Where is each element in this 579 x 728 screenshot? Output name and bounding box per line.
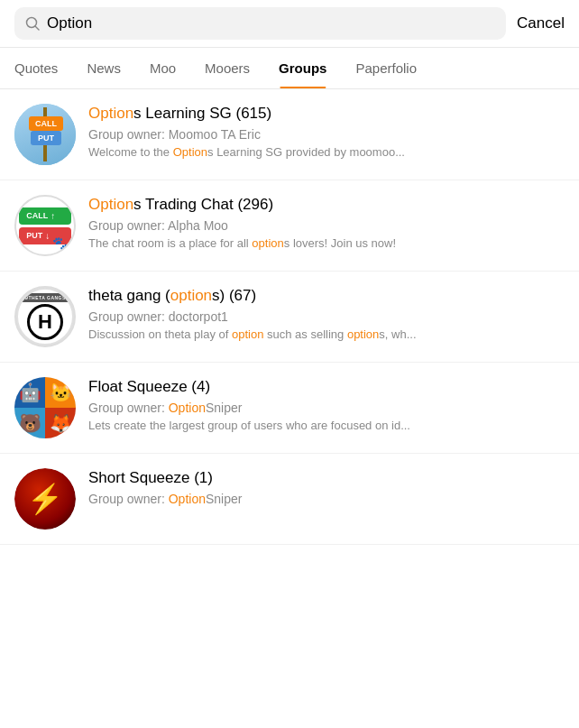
tab-groups[interactable]: Groups <box>264 48 341 88</box>
avatar: ⚡ <box>14 468 76 530</box>
tab-paperfolio[interactable]: Paperfolio <box>341 48 431 88</box>
avatar: ΘTHETA GANGS H <box>14 286 76 347</box>
item-content: Options Learning SG (615) Group owner: M… <box>88 104 565 159</box>
avatar: 🤖 🐱 🐻 🦊 <box>14 377 76 438</box>
list-item[interactable]: ⚡ Short Squeeze (1) Group owner: OptionS… <box>0 454 579 545</box>
list-item[interactable]: 🤖 🐱 🐻 🦊 Float Squeeze (4) Group owner: O… <box>0 363 579 454</box>
item-title: Float Squeeze (4) <box>88 377 565 397</box>
search-bar: Cancel <box>0 0 579 48</box>
search-input-wrapper <box>14 7 506 40</box>
list-item[interactable]: ΘTHETA GANGS H theta gang (options) (67)… <box>0 272 579 363</box>
search-icon <box>25 16 40 31</box>
item-owner: Group owner: OptionSniper <box>88 492 565 506</box>
item-title: Options Trading Chat (296) <box>88 195 565 215</box>
item-title: Short Squeeze (1) <box>88 468 565 488</box>
cancel-button[interactable]: Cancel <box>517 14 565 32</box>
item-owner: Group owner: Moomoo TA Eric <box>88 127 565 142</box>
item-desc: Discussion on theta play of option such … <box>88 327 565 341</box>
item-owner: Group owner: Alpha Moo <box>88 218 565 233</box>
avatar: CALL PUT <box>14 104 76 165</box>
list-item[interactable]: CALL ↑ PUT ↓ 🐾 Options Trading Chat (296… <box>0 180 579 272</box>
list-item[interactable]: CALL PUT Options Learning SG (615) Group… <box>0 89 579 180</box>
item-content: Float Squeeze (4) Group owner: OptionSni… <box>88 377 565 432</box>
item-owner: Group owner: doctorpot1 <box>88 309 565 324</box>
tab-quotes[interactable]: Quotes <box>0 48 72 88</box>
item-desc: Welcome to the Options Learning SG provi… <box>88 145 565 159</box>
item-content: Options Trading Chat (296) Group owner: … <box>88 195 565 250</box>
avatar: CALL ↑ PUT ↓ 🐾 <box>14 195 76 256</box>
item-owner: Group owner: OptionSniper <box>88 401 565 415</box>
item-content: theta gang (options) (67) Group owner: d… <box>88 286 565 341</box>
tab-mooers[interactable]: Mooers <box>190 48 264 88</box>
item-title: theta gang (options) (67) <box>88 286 565 306</box>
item-desc: Lets create the largest group of users w… <box>88 419 565 432</box>
item-title: Options Learning SG (615) <box>88 104 565 124</box>
tab-news[interactable]: News <box>72 48 135 88</box>
item-desc: The chat room is a place for all options… <box>88 236 565 250</box>
svg-line-1 <box>35 26 39 30</box>
item-content: Short Squeeze (1) Group owner: OptionSni… <box>88 468 565 510</box>
tab-bar: Quotes News Moo Mooers Groups Paperfolio <box>0 48 579 89</box>
search-input[interactable] <box>47 14 495 32</box>
groups-list: CALL PUT Options Learning SG (615) Group… <box>0 89 579 545</box>
tab-moo[interactable]: Moo <box>135 48 190 88</box>
